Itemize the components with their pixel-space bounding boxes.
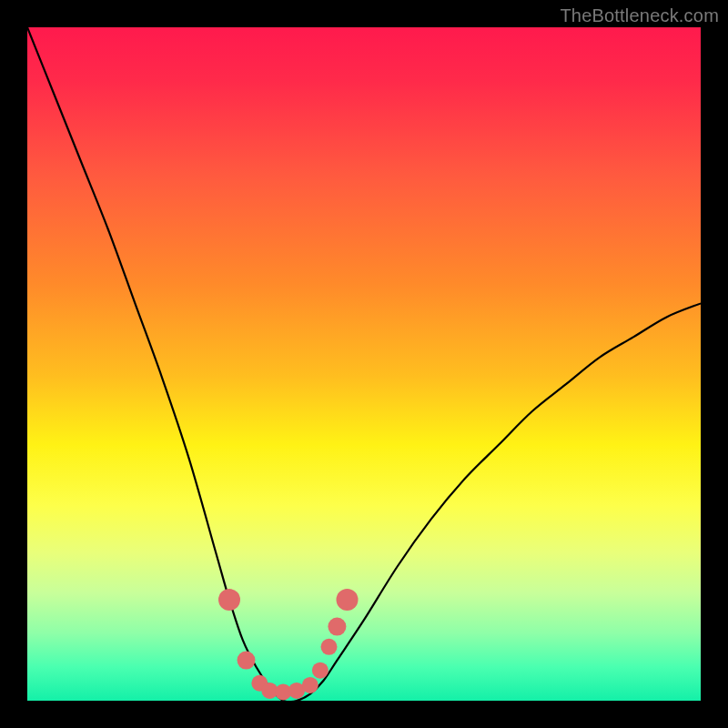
curve-marker (312, 662, 329, 679)
curve-marker (302, 677, 318, 693)
curve-marker (321, 639, 338, 655)
curve-marker (238, 652, 256, 670)
curve-marker (218, 589, 240, 611)
curve-marker (337, 589, 359, 611)
bottleneck-curve-path (27, 27, 701, 701)
plot-area (27, 27, 701, 701)
watermark-text: TheBottleneck.com (560, 5, 719, 26)
curve-markers (218, 589, 359, 700)
curve-marker (328, 618, 346, 636)
bottleneck-chart (27, 27, 701, 701)
chart-frame: TheBottleneck.com (0, 0, 728, 728)
